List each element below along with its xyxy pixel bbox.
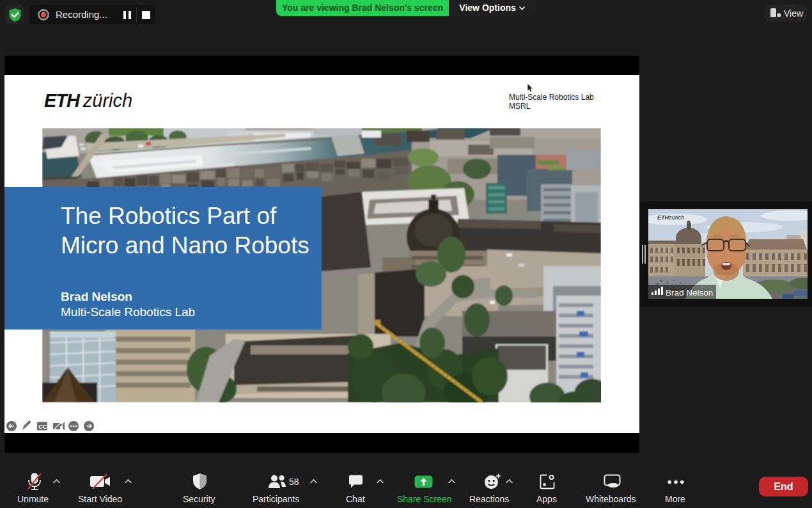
svg-text:CC: CC [38,423,47,430]
svg-text:Brad Nelson: Brad Nelson [666,288,713,298]
svg-text:ETHzürich: ETHzürich [657,214,684,221]
